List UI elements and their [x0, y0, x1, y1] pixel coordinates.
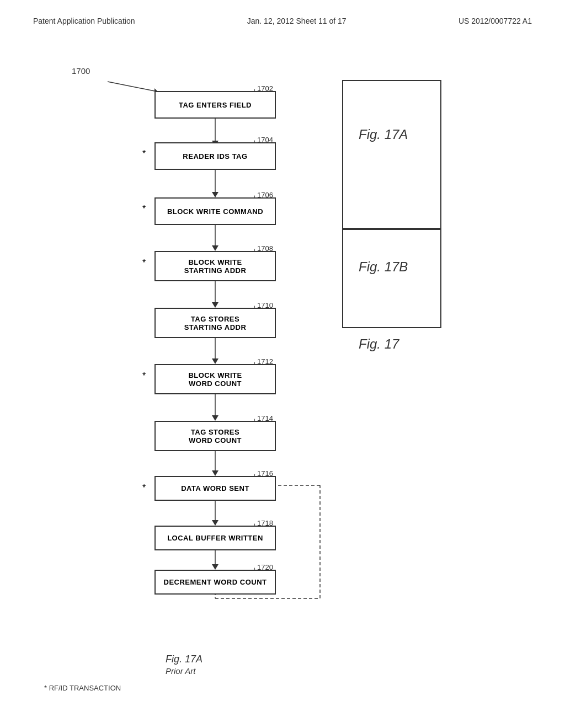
- fig-17-label: Fig. 17: [359, 336, 399, 352]
- svg-marker-5: [212, 192, 218, 197]
- box-1708: BLOCK WRITE STARTING ADDR: [154, 251, 276, 281]
- side-panel-a: [342, 80, 441, 229]
- svg-marker-9: [212, 302, 218, 308]
- box-1718: LOCAL BUFFER WRITTEN: [154, 526, 276, 550]
- star-1708: *: [142, 258, 146, 268]
- svg-marker-17: [212, 520, 218, 526]
- box-1716: DATA WORD SENT: [154, 476, 276, 501]
- box-1714: TAG STORES WORD COUNT: [154, 421, 276, 451]
- header-publication: Patent Application Publication: [33, 17, 135, 25]
- box-1712: BLOCK WRITE WORD COUNT: [154, 364, 276, 394]
- side-panel-b: [342, 229, 441, 328]
- ref-1714: ⌞1714: [254, 414, 273, 422]
- star-1716: *: [142, 483, 146, 493]
- ref-1720: ⌞1720: [254, 563, 273, 571]
- box-1720: DECREMENT WORD COUNT: [154, 570, 276, 595]
- fig-17b-label: Fig. 17B: [359, 259, 408, 275]
- header-date-sheet: Jan. 12, 2012 Sheet 11 of 17: [247, 17, 347, 25]
- ref-1710: ⌞1710: [254, 301, 273, 309]
- box-1704: READER IDS TAG: [154, 142, 276, 170]
- star-1706: *: [142, 204, 146, 214]
- svg-marker-13: [212, 415, 218, 421]
- ref-1708: ⌞1708: [254, 244, 273, 253]
- box-1710: TAG STORES STARTING ADDR: [154, 308, 276, 338]
- fig-17a-bottom-label: Fig. 17A: [166, 654, 202, 665]
- svg-marker-15: [212, 470, 218, 476]
- box-1706: BLOCK WRITE COMMAND: [154, 197, 276, 225]
- svg-marker-7: [212, 245, 218, 251]
- svg-line-0: [108, 82, 154, 91]
- ref-1704: ⌞1704: [254, 136, 273, 144]
- ref-1706: ⌞1706: [254, 191, 273, 199]
- star-1704: *: [142, 149, 146, 159]
- star-1712: *: [142, 371, 146, 381]
- svg-marker-11: [212, 358, 218, 364]
- ref-1716: ⌞1716: [254, 469, 273, 478]
- fig-17a-label: Fig. 17A: [359, 127, 408, 142]
- svg-marker-19: [212, 564, 218, 570]
- prior-art-label: Prior Art: [166, 666, 195, 676]
- footnote: * RF/ID TRANSACTION: [44, 684, 121, 692]
- ref-1712: ⌞1712: [254, 357, 273, 366]
- ref-1702: ⌞1702: [254, 84, 273, 93]
- box-1702: TAG ENTERS FIELD: [154, 91, 276, 119]
- header-patent-number: US 2012/0007722 A1: [459, 17, 532, 25]
- figure-1700-label: 1700: [72, 66, 90, 76]
- diagram-svg: [0, 0, 565, 728]
- ref-1718: ⌞1718: [254, 519, 273, 527]
